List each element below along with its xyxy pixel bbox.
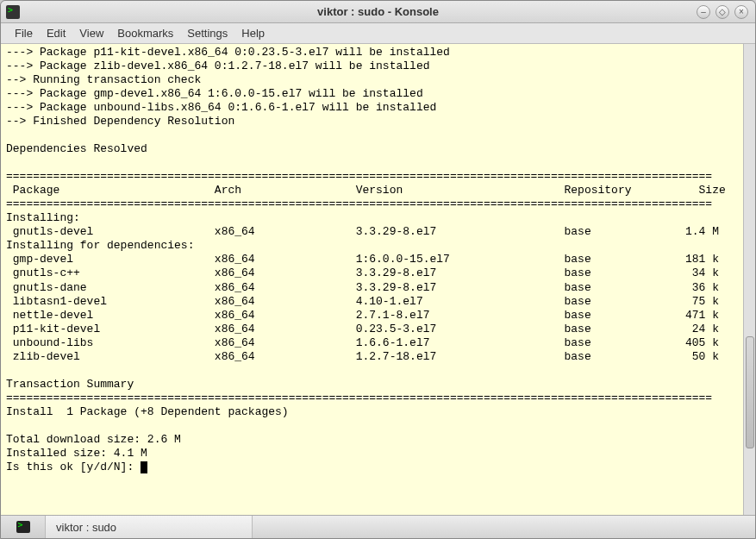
taskbar-launcher[interactable]: [1, 516, 46, 538]
menu-bookmarks[interactable]: Bookmarks: [117, 27, 173, 40]
section-header: Installing for dependencies:: [6, 239, 194, 252]
menu-view[interactable]: View: [79, 27, 103, 40]
window-title: viktor : sudo - Konsole: [317, 5, 439, 18]
out-line: Dependencies Resolved: [6, 142, 147, 155]
pkg-row: gnutls-dane x86_64 3.3.29-8.el7 base 36 …: [6, 281, 719, 294]
pkg-row: unbound-libs x86_64 1.6.6-1.el7 base 405…: [6, 336, 719, 349]
window-controls: – ◇ ×: [697, 5, 748, 19]
out-line: ---> Package p11-kit-devel.x86_64 0:0.23…: [6, 46, 450, 59]
out-line: --> Finished Dependency Resolution: [6, 115, 234, 128]
terminal[interactable]: ---> Package p11-kit-devel.x86_64 0:0.23…: [1, 44, 743, 515]
taskbar-tab-label: viktor : sudo: [56, 521, 116, 534]
pkg-row: gmp-devel x86_64 1:6.0.0-15.el7 base 181…: [6, 253, 719, 266]
taskbar: viktor : sudo: [1, 515, 755, 538]
terminal-icon: [16, 521, 30, 533]
prompt: Is this ok [y/d/N]:: [6, 461, 141, 473]
maximize-button[interactable]: ◇: [715, 5, 729, 19]
pkg-row: gnutls-devel x86_64 3.3.29-8.el7 base 1.…: [6, 225, 719, 238]
out-line: Install 1 Package (+8 Dependent packages…: [6, 405, 289, 418]
rule: ========================================…: [6, 392, 712, 404]
rule: ========================================…: [6, 197, 712, 210]
scroll-thumb[interactable]: [746, 336, 754, 448]
menu-file[interactable]: File: [15, 27, 33, 40]
titlebar[interactable]: viktor : sudo - Konsole – ◇ ×: [1, 1, 755, 23]
cursor-block-icon: [141, 461, 147, 473]
header-row: Package Arch Version Repository Size: [6, 184, 726, 197]
menu-settings[interactable]: Settings: [187, 27, 228, 40]
out-line: ---> Package zlib-devel.x86_64 0:1.2.7-1…: [6, 60, 429, 72]
taskbar-tab-active[interactable]: viktor : sudo: [46, 516, 253, 538]
konsole-window: viktor : sudo - Konsole – ◇ × File Edit …: [0, 0, 756, 539]
menu-help[interactable]: Help: [241, 27, 265, 40]
app-icon: [6, 5, 20, 19]
out-line: Transaction Summary: [6, 378, 134, 391]
out-line: Installed size: 4.1 M: [6, 447, 147, 460]
pkg-row: gnutls-c++ x86_64 3.3.29-8.el7 base 34 k: [6, 266, 719, 279]
pkg-row: zlib-devel x86_64 1.2.7-18.el7 base 50 k: [6, 350, 719, 363]
out-line: Total download size: 2.6 M: [6, 433, 181, 446]
out-line: --> Running transaction check: [6, 73, 201, 86]
menubar: File Edit View Bookmarks Settings Help: [1, 23, 755, 44]
close-button[interactable]: ×: [734, 5, 748, 19]
section-header: Installing:: [6, 211, 80, 224]
terminal-area: ---> Package p11-kit-devel.x86_64 0:0.23…: [1, 44, 755, 515]
pkg-row: nettle-devel x86_64 2.7.1-8.el7 base 471…: [6, 309, 719, 322]
scrollbar[interactable]: [743, 44, 755, 515]
out-line: ---> Package gmp-devel.x86_64 1:6.0.0-15…: [6, 87, 423, 100]
pkg-row: p11-kit-devel x86_64 0.23.5-3.el7 base 2…: [6, 323, 719, 335]
menu-edit[interactable]: Edit: [47, 27, 66, 40]
pkg-row: libtasn1-devel x86_64 4.10-1.el7 base 75…: [6, 295, 719, 308]
out-line: ---> Package unbound-libs.x86_64 0:1.6.6…: [6, 101, 436, 114]
rule: ========================================…: [6, 170, 712, 183]
minimize-button[interactable]: –: [697, 5, 710, 19]
